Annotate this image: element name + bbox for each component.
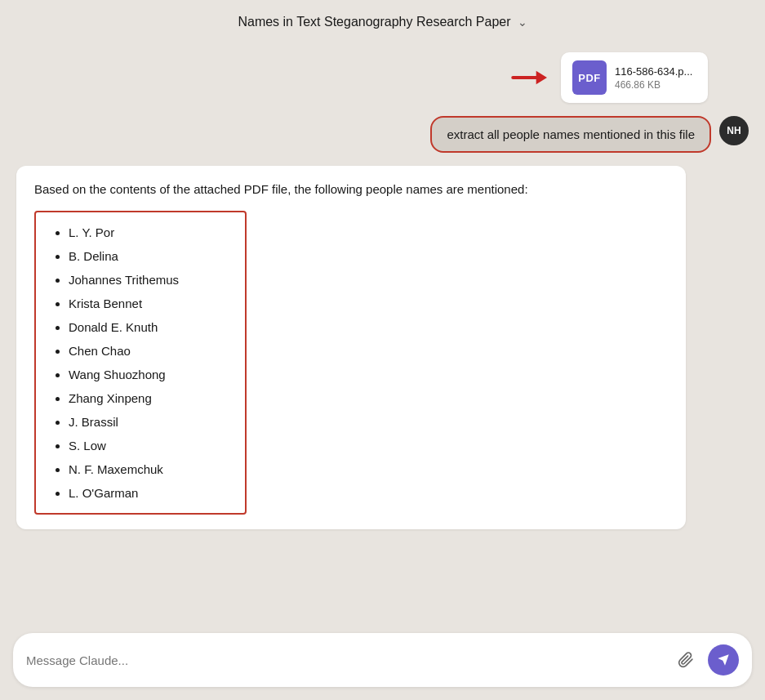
pdf-card[interactable]: PDF 116-586-634.p... 466.86 KB — [561, 52, 708, 103]
list-item: Donald E. Knuth — [69, 319, 229, 336]
chat-header: Names in Text Steganography Research Pap… — [0, 0, 765, 44]
list-item: S. Low — [69, 437, 229, 454]
assistant-bubble: Based on the contents of the attached PD… — [16, 166, 686, 529]
arrow-icon — [510, 65, 551, 90]
list-item: Krista Bennet — [69, 295, 229, 312]
list-item: Zhang Xinpeng — [69, 390, 229, 407]
conversation-title: Names in Text Steganography Research Pap… — [238, 15, 510, 29]
pdf-size: 466.86 KB — [615, 79, 692, 91]
pdf-info: 116-586-634.p... 466.86 KB — [615, 65, 692, 91]
names-list-box: L. Y. PorB. DelinaJohannes TrithemusKris… — [34, 211, 247, 515]
list-item: Wang Shuozhong — [69, 366, 229, 383]
user-message-text: extract all people names mentioned in th… — [447, 127, 695, 141]
message-input[interactable] — [26, 653, 664, 667]
user-message-row: extract all people names mentioned in th… — [16, 116, 749, 153]
list-item: B. Delina — [69, 247, 229, 265]
avatar-initials: NH — [727, 125, 741, 136]
list-item: N. F. Maxemchuk — [69, 461, 229, 478]
pdf-filename: 116-586-634.p... — [615, 65, 692, 78]
assistant-message-row: Based on the contents of the attached PD… — [16, 166, 749, 529]
user-message-bubble: extract all people names mentioned in th… — [430, 116, 711, 153]
assistant-intro-text: Based on the contents of the attached PD… — [34, 181, 668, 199]
pdf-attachment-row: PDF 116-586-634.p... 466.86 KB — [16, 52, 749, 103]
avatar: NH — [719, 116, 749, 145]
chevron-down-icon[interactable]: ⌄ — [518, 16, 527, 29]
names-list: L. Y. PorB. DelinaJohannes TrithemusKris… — [52, 224, 229, 502]
attach-button[interactable] — [672, 646, 700, 674]
list-item: Johannes Trithemus — [69, 271, 229, 288]
chat-messages: PDF 116-586-634.p... 466.86 KB extract a… — [0, 44, 765, 625]
list-item: Chen Chao — [69, 342, 229, 359]
list-item: L. Y. Por — [69, 224, 229, 241]
list-item: L. O'Garman — [69, 484, 229, 502]
list-item: J. Brassil — [69, 413, 229, 430]
send-button[interactable] — [708, 644, 739, 675]
pdf-icon: PDF — [572, 60, 607, 95]
input-bar — [13, 633, 752, 687]
